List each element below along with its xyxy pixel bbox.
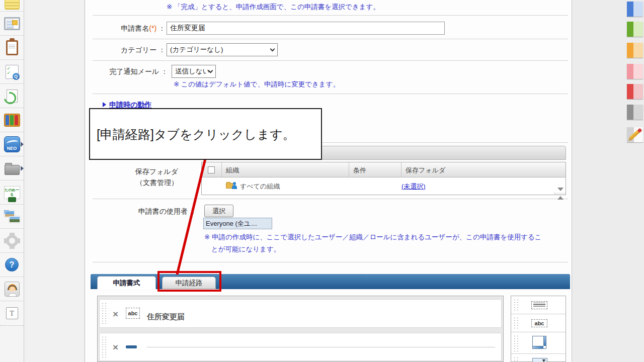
form-name-input[interactable]	[167, 22, 445, 35]
builder-row-horizontal-rule[interactable]: ×	[99, 333, 502, 361]
org-name: すべての組織	[240, 177, 280, 195]
hr-element-icon	[126, 345, 137, 348]
drag-handle-icon[interactable]	[513, 316, 519, 330]
photos-icon	[4, 210, 20, 223]
sidebar-item-clipboard[interactable]	[0, 36, 24, 60]
chevron-down-icon	[270, 47, 275, 52]
divider	[93, 262, 568, 262]
form-name-label: 申請書名(*) ：	[93, 24, 166, 33]
sidebar-item-bulletin-board[interactable]	[0, 12, 24, 36]
sidebar-item-tanomail[interactable]: たのめーる	[0, 180, 24, 205]
description-part-icon	[531, 301, 547, 309]
col-org: 組織	[222, 162, 349, 177]
sidebar-item-help[interactable]: ?	[0, 253, 24, 277]
tab-form-layout[interactable]: 申請書式	[97, 276, 156, 289]
sticky-green-swatch[interactable]	[627, 22, 643, 37]
table-scrollbar[interactable]	[554, 193, 566, 195]
sidebar-item-photos[interactable]	[0, 205, 24, 229]
letter-t-icon: T	[6, 307, 18, 319]
divider	[93, 15, 568, 16]
user-note-line1: ※ 申請の作成時に、ここで選択したユーザー／組織／ロールに含まれるユーザーが、こ…	[204, 233, 542, 242]
input-part-icon	[532, 358, 547, 362]
palette-item-input[interactable]	[511, 354, 566, 362]
clipboard-icon	[6, 40, 18, 55]
palette-item-description[interactable]	[511, 296, 566, 314]
sidebar-item-memo[interactable]	[0, 0, 24, 12]
form-builder-canvas: × abc 住所変更届 ×	[97, 296, 504, 362]
org-group-icon	[226, 182, 237, 190]
table-header-row: 組織 条件 保存フォルダ	[202, 162, 566, 177]
operator-icon	[5, 282, 20, 297]
sticky-note-icon	[5, 0, 20, 10]
sticky-pink-swatch[interactable]	[627, 64, 643, 79]
drag-handle-icon[interactable]	[513, 298, 519, 312]
flyout-arrow-icon	[21, 142, 24, 147]
sidebar-item-survey[interactable]: ✓✓Q	[0, 60, 24, 84]
circulation-icon	[7, 89, 18, 103]
mail-select[interactable]: 送信しない	[172, 65, 216, 78]
condition-cell	[349, 177, 401, 195]
table-row: すべての組織 (未選択)	[202, 177, 566, 195]
delete-x-icon[interactable]: ×	[113, 309, 118, 319]
sidebar-divider	[0, 325, 24, 326]
flyout-arrow-icon	[21, 166, 24, 171]
completion-note: ※ 「完成」とすると、申請作成画面で、この申請書を選択できます。	[167, 3, 380, 12]
sticky-blue-swatch[interactable]	[627, 2, 643, 17]
sidebar-item-folder[interactable]	[0, 156, 24, 180]
builder-row-label: 住所変更届	[147, 312, 185, 322]
everyone-chip[interactable]: Everyone (全ユ…	[203, 218, 272, 229]
select-user-button[interactable]: 選択	[204, 205, 233, 217]
collapsed-panel-area	[24, 0, 85, 362]
folder-unselected-link[interactable]: (未選択)	[401, 183, 426, 190]
category-label: カテゴリー ：	[93, 46, 166, 55]
sidebar-item-support[interactable]	[0, 277, 24, 301]
drag-handle-icon[interactable]	[513, 356, 519, 360]
palette-item-textarea[interactable]	[511, 332, 566, 354]
neo-icon: NEO	[4, 136, 20, 152]
mail-label: 完了通知メール ：	[93, 67, 168, 76]
mail-note: ※ この値はデフォルト値で、申請時に変更できます。	[174, 80, 340, 89]
textarea-part-icon	[532, 336, 546, 349]
sticky-gray-swatch[interactable]	[627, 105, 643, 120]
drag-handle-icon[interactable]	[101, 302, 107, 325]
sidebar-item-circulation[interactable]	[0, 84, 24, 108]
sidebar-item-text-tool[interactable]: T	[0, 301, 24, 325]
divider	[93, 39, 568, 39]
user-label: 申請書の使用者 ：	[93, 207, 197, 216]
builder-row-text-label[interactable]: × abc 住所変更届	[99, 299, 502, 328]
col-folder: 保存フォルダ	[401, 162, 566, 177]
category-select[interactable]: (カテゴリーなし)	[167, 43, 278, 56]
palette-item-text-label[interactable]: abc	[511, 314, 566, 332]
question-icon: ?	[5, 258, 19, 272]
triangle-right-icon	[103, 102, 106, 107]
save-folder-label: 保存フォルダ（文書管理）	[103, 166, 178, 188]
survey-icon: ✓✓Q	[6, 65, 19, 79]
divider	[93, 60, 568, 61]
sticky-orange-swatch[interactable]	[627, 43, 643, 58]
drag-handle-icon[interactable]	[513, 334, 519, 351]
builder-tab-bar: 申請書式 申請経路	[91, 274, 570, 289]
required-mark: (*)	[149, 24, 156, 32]
pencil-tool[interactable]	[627, 127, 643, 142]
divider	[93, 199, 568, 199]
bookshelf-icon	[4, 114, 20, 127]
app-sidebar: ✓✓Q NEO たのめーる ? T	[0, 0, 24, 362]
divider	[93, 94, 568, 94]
select-all-checkbox[interactable]	[208, 166, 215, 173]
sidebar-item-library[interactable]	[0, 108, 24, 132]
folder-icon	[5, 165, 20, 175]
sidebar-item-neo[interactable]: NEO	[0, 132, 24, 156]
abc-label-icon: abc	[531, 319, 547, 327]
sidebar-item-settings[interactable]	[0, 229, 24, 253]
callout-text: [申請経路]タブをクリックします。	[97, 126, 295, 143]
gear-icon	[6, 235, 18, 247]
drag-handle-icon[interactable]	[101, 335, 107, 358]
save-folder-table: 組織 条件 保存フォルダ すべての組織 (未選択)	[201, 162, 566, 195]
scroll-down-icon[interactable]	[557, 188, 564, 191]
abc-label-icon: abc	[126, 308, 140, 319]
sticky-red-swatch[interactable]	[627, 84, 643, 99]
scroll-up-icon[interactable]	[557, 196, 564, 200]
parts-palette: abc	[511, 296, 566, 362]
delete-x-icon[interactable]: ×	[113, 342, 118, 352]
tab-approval-route[interactable]: 申請経路	[162, 277, 216, 289]
